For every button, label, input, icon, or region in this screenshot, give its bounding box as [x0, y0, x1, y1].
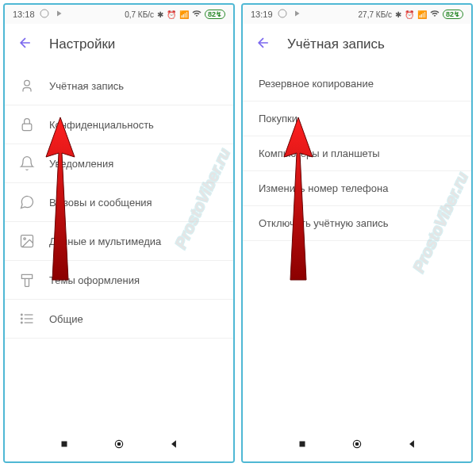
nav-home-button[interactable]	[113, 438, 125, 453]
header-title: Настройки	[49, 36, 115, 52]
list-icon	[19, 311, 35, 327]
menu-label: Компьютеры и планшеты	[259, 147, 380, 159]
menu-item-calls[interactable]: Вызовы и сообщения	[5, 183, 233, 222]
header-title: Учётная запись	[287, 36, 385, 52]
image-icon	[19, 233, 35, 249]
svg-point-1	[25, 80, 30, 86]
svg-rect-11	[61, 442, 67, 447]
status-bar: 13:18 0,7 КБ/с ✱ ⏰ 📶 82↯	[5, 5, 233, 24]
status-time: 13:18	[13, 10, 35, 19]
svg-point-0	[40, 10, 48, 17]
menu-item-general[interactable]: Общие	[5, 300, 233, 339]
menu-label: Отключить учётную запись	[259, 217, 389, 229]
battery-indicator: 82↯	[443, 10, 463, 19]
svg-point-4	[24, 238, 25, 240]
nav-home-button[interactable]	[351, 438, 363, 453]
svg-point-9	[21, 318, 23, 320]
svg-rect-2	[22, 124, 32, 130]
menu-item-backup[interactable]: Резервное копирование	[243, 67, 471, 101]
svg-point-14	[278, 10, 286, 17]
svg-point-17	[355, 442, 359, 446]
dnd-icon	[40, 9, 49, 20]
bluetooth-icon: ✱	[157, 10, 163, 19]
nav-recent-button[interactable]	[59, 438, 70, 453]
bluetooth-icon: ✱	[395, 10, 401, 19]
play-icon	[292, 9, 301, 20]
account-menu: Резервное копирование Покупки Компьютеры…	[243, 62, 471, 430]
nav-recent-button[interactable]	[297, 438, 308, 453]
data-rate: 27,7 КБ/с	[359, 10, 392, 19]
alarm-icon: ⏰	[167, 10, 176, 19]
brush-icon	[19, 272, 35, 288]
menu-label: Уведомления	[49, 158, 113, 170]
nav-bar	[243, 430, 471, 461]
nav-bar	[5, 430, 233, 461]
app-header: Учётная запись	[243, 24, 471, 62]
lock-icon	[19, 117, 35, 132]
menu-label: Конфиденциальность	[49, 119, 154, 131]
wifi-icon	[430, 9, 440, 20]
status-bar: 13:19 27,7 КБ/с ✱ ⏰ 📶 82↯	[243, 5, 471, 24]
menu-item-change-number[interactable]: Изменить номер телефона	[243, 171, 471, 206]
bell-icon	[19, 155, 35, 171]
wifi-icon	[192, 9, 202, 20]
menu-item-themes[interactable]: Темы оформления	[5, 261, 233, 300]
user-icon	[19, 78, 35, 94]
battery-indicator: 82↯	[205, 10, 225, 19]
chat-icon	[19, 194, 35, 210]
menu-label: Резервное копирование	[259, 78, 374, 90]
alarm-icon: ⏰	[405, 10, 414, 19]
back-button[interactable]	[255, 35, 271, 54]
menu-label: Покупки	[259, 113, 298, 124]
menu-item-account[interactable]: Учётная запись	[5, 67, 233, 105]
menu-item-notifications[interactable]: Уведомления	[5, 144, 233, 183]
menu-label: Темы оформления	[49, 274, 140, 286]
phone-screen-account: 13:19 27,7 КБ/с ✱ ⏰ 📶 82↯ Учётная запись	[241, 3, 473, 463]
menu-item-data[interactable]: Данные и мультимедиа	[5, 222, 233, 261]
menu-item-deactivate[interactable]: Отключить учётную запись	[243, 206, 471, 241]
back-button[interactable]	[17, 35, 33, 54]
menu-item-devices[interactable]: Компьютеры и планшеты	[243, 136, 471, 171]
settings-menu: Учётная запись Конфиденциальность Уведом…	[5, 62, 233, 430]
menu-label: Изменить номер телефона	[259, 182, 388, 194]
nav-back-button[interactable]	[406, 438, 417, 453]
svg-point-10	[21, 322, 23, 323]
phone-screen-settings: 13:18 0,7 КБ/с ✱ ⏰ 📶 82↯ Настройки	[3, 3, 235, 463]
menu-label: Данные и мультимедиа	[49, 235, 161, 247]
svg-rect-15	[299, 442, 305, 447]
data-rate: 0,7 КБ/с	[125, 10, 154, 19]
signal-icon: 📶	[179, 10, 189, 19]
nav-back-button[interactable]	[168, 438, 179, 453]
menu-item-purchases[interactable]: Покупки	[243, 101, 471, 136]
menu-label: Вызовы и сообщения	[49, 197, 152, 209]
svg-point-8	[21, 314, 23, 316]
signal-icon: 📶	[417, 10, 427, 19]
status-time: 13:19	[251, 10, 273, 19]
dnd-icon	[278, 9, 287, 20]
menu-label: Учётная запись	[49, 80, 124, 92]
menu-label: Общие	[49, 313, 83, 325]
menu-item-privacy[interactable]: Конфиденциальность	[5, 105, 233, 144]
app-header: Настройки	[5, 24, 233, 62]
play-icon	[54, 9, 63, 20]
svg-point-13	[117, 442, 121, 446]
